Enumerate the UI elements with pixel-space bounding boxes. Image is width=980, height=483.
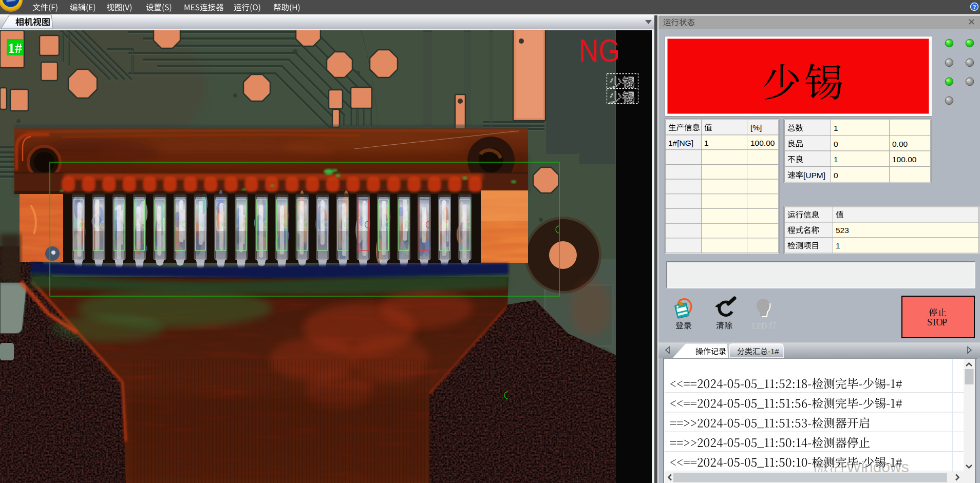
svg-text:1#[NG]: 1#[NG] [668,139,693,147]
svg-text:[UPM]: [UPM] [803,171,825,180]
svg-text:0.00: 0.00 [892,140,908,148]
svg-text:[%]: [%] [750,123,762,132]
svg-text:523: 523 [836,226,849,235]
svg-text:STOP: STOP [927,317,947,327]
svg-text:100.00: 100.00 [750,139,775,147]
svg-text:0: 0 [834,140,838,148]
svg-text:0: 0 [834,171,838,180]
svg-text:-1#: -1# [768,347,779,356]
svg-text:1: 1 [834,124,838,132]
svg-text:1: 1 [834,155,838,164]
svg-text:100.00: 100.00 [892,155,917,164]
svg-text:LED: LED [752,322,767,330]
svg-text:1: 1 [704,139,709,147]
svg-text:?: ? [973,3,976,11]
svg-text:NG: NG [579,32,620,68]
svg-text:1: 1 [836,241,840,250]
svg-text:1#: 1# [8,40,22,56]
